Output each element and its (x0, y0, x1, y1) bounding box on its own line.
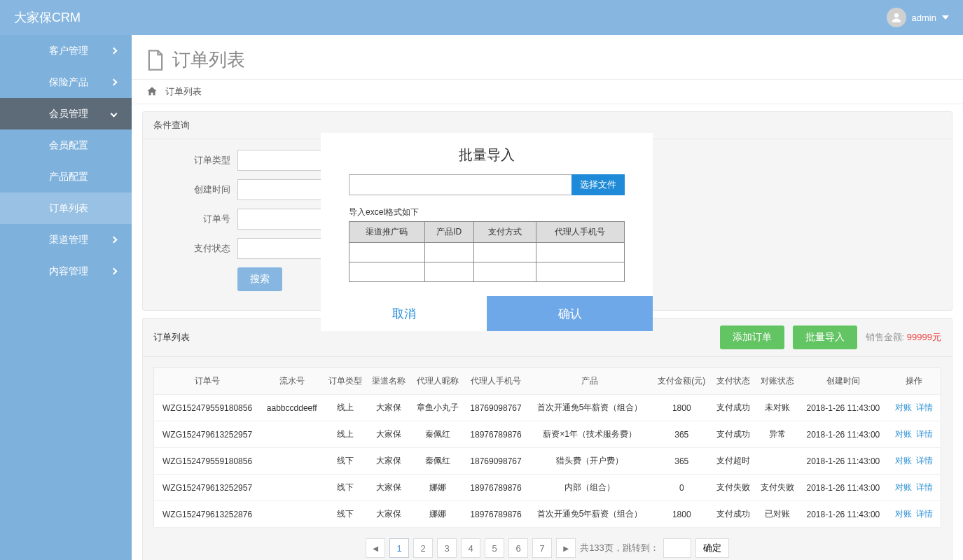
action-detail[interactable]: 详情 (916, 482, 933, 492)
page-prev[interactable]: ◄ (366, 538, 385, 558)
table-cell-actions: 对账详情 (887, 501, 941, 528)
sidebar-item-label: 产品配置 (49, 171, 88, 183)
user-menu[interactable]: admin (887, 8, 949, 27)
table-cell: 线上 (323, 395, 367, 421)
svg-point-0 (894, 13, 899, 18)
table-header: 产品 (528, 368, 652, 395)
choose-file-button[interactable]: 选择文件 (571, 174, 625, 195)
caret-down-icon (942, 15, 949, 20)
page-number[interactable]: 1 (389, 538, 409, 558)
table-cell: 18976789876 (464, 501, 528, 528)
table-cell: 支付成功 (712, 501, 756, 528)
file-path-input[interactable] (349, 174, 571, 195)
chevron-right-icon (111, 268, 118, 275)
sidebar-item-label: 会员配置 (49, 139, 88, 152)
table-cell-actions: 对账详情 (887, 421, 941, 448)
table-cell: 娜娜 (411, 475, 464, 501)
sidebar-sub-order-list[interactable]: 订单列表 (0, 192, 132, 224)
table-cell (261, 501, 323, 528)
example-header: 代理人手机号 (536, 222, 624, 243)
table-cell: 18976789876 (464, 421, 528, 448)
sidebar-item-content[interactable]: 内容管理 (0, 255, 132, 287)
page-number[interactable]: 5 (485, 538, 504, 558)
table-header: 创建时间 (799, 368, 887, 395)
action-reconcile[interactable]: 对账 (895, 482, 912, 492)
table-cell: 大家保 (367, 421, 411, 448)
page-jump-button[interactable]: 确定 (695, 538, 729, 558)
modal-cancel-button[interactable]: 取消 (321, 296, 487, 331)
table-cell: 猎头费（开户费） (528, 448, 652, 475)
table-cell-actions: 对账详情 (887, 448, 941, 475)
example-header: 支付方式 (473, 222, 536, 243)
chevron-right-icon (111, 237, 118, 244)
table-cell: WZG152479613252957 (154, 475, 261, 501)
table-cell: 娜娜 (411, 501, 464, 528)
action-reconcile[interactable]: 对账 (895, 402, 912, 412)
action-detail[interactable]: 详情 (916, 402, 933, 412)
table-header: 对账状态 (755, 368, 799, 395)
page-next[interactable]: ► (556, 538, 576, 558)
table-cell: 2018-1-26 11:43:00 (799, 448, 887, 475)
table-row: WZG152479613252957线上大家保秦佩红18976789876薪资×… (154, 421, 941, 448)
table-cell: aabbccddeeff (261, 395, 323, 421)
table-header: 渠道名称 (367, 368, 411, 395)
table-cell: 异常 (755, 421, 799, 448)
table-cell: 18769098767 (464, 448, 528, 475)
search-button[interactable]: 搜索 (237, 267, 282, 291)
document-icon (146, 49, 165, 71)
action-detail[interactable]: 详情 (916, 429, 933, 439)
table-row: WZG152479613252876线下大家保娜娜18976789876首次开通… (154, 501, 941, 528)
table-header: 订单类型 (323, 368, 367, 395)
table-cell: WZG152479613252957 (154, 421, 261, 448)
sidebar-item-customer[interactable]: 客户管理 (0, 35, 132, 66)
sidebar-item-label: 会员管理 (49, 108, 88, 120)
list-panel-title: 订单列表 (153, 331, 190, 344)
page-number[interactable]: 7 (532, 538, 552, 558)
table-cell-actions: 对账详情 (887, 395, 941, 421)
sidebar-sub-product-config[interactable]: 产品配置 (0, 161, 132, 192)
label-paystatus: 支付状态 (153, 242, 237, 255)
table-cell: 章鱼小丸子 (411, 395, 464, 421)
sidebar-item-label: 内容管理 (49, 265, 88, 278)
modal-confirm-button[interactable]: 确认 (487, 296, 653, 331)
page-number[interactable]: 2 (413, 538, 433, 558)
sidebar: 客户管理 保险产品 会员管理 会员配置 产品配置 订单列表 渠道管理 内容管理 (0, 35, 132, 560)
table-header: 支付金额(元) (652, 368, 712, 395)
action-reconcile[interactable]: 对账 (895, 509, 912, 519)
table-cell: 1800 (652, 395, 712, 421)
sidebar-item-member[interactable]: 会员管理 (0, 98, 132, 130)
table-cell: 支付成功 (712, 421, 756, 448)
page-number[interactable]: 6 (508, 538, 528, 558)
table-cell: WZG152479559180856 (154, 395, 261, 421)
table-cell: 支付失败 (712, 475, 756, 501)
sidebar-item-label: 渠道管理 (49, 234, 88, 246)
table-cell: 首次开通免5年薪资（组合） (528, 501, 652, 528)
home-icon[interactable] (146, 85, 158, 98)
bulk-import-button[interactable]: 批量导入 (793, 326, 857, 349)
action-detail[interactable]: 详情 (916, 456, 933, 465)
page-number[interactable]: 4 (461, 538, 480, 558)
table-cell: 大家保 (367, 501, 411, 528)
sidebar-item-channel[interactable]: 渠道管理 (0, 224, 132, 255)
sidebar-item-insurance[interactable]: 保险产品 (0, 66, 132, 98)
table-cell: 薪资×1年（技术服务费） (528, 421, 652, 448)
sidebar-sub-member-config[interactable]: 会员配置 (0, 130, 132, 161)
action-detail[interactable]: 详情 (916, 509, 933, 519)
example-header: 渠道推广码 (349, 222, 425, 243)
sidebar-item-label: 保险产品 (49, 76, 88, 89)
table-cell: WZG152479613252876 (154, 501, 261, 528)
action-reconcile[interactable]: 对账 (895, 456, 912, 465)
page-number[interactable]: 3 (437, 538, 457, 558)
page-jump-input[interactable] (663, 538, 691, 558)
modal-title: 批量导入 (321, 133, 653, 174)
table-cell: 大家保 (367, 475, 411, 501)
action-reconcile[interactable]: 对账 (895, 429, 912, 439)
page-total-label: 共133页，跳转到： (580, 542, 659, 554)
table-cell: 线下 (323, 501, 367, 528)
table-cell: 内部（组合） (528, 475, 652, 501)
table-cell: 2018-1-26 11:43:00 (799, 501, 887, 528)
add-order-button[interactable]: 添加订单 (720, 326, 784, 349)
label-created: 创建时间 (153, 183, 237, 196)
table-cell: 首次开通免5年薪资（组合） (528, 395, 652, 421)
table-cell: 2018-1-26 11:43:00 (799, 421, 887, 448)
